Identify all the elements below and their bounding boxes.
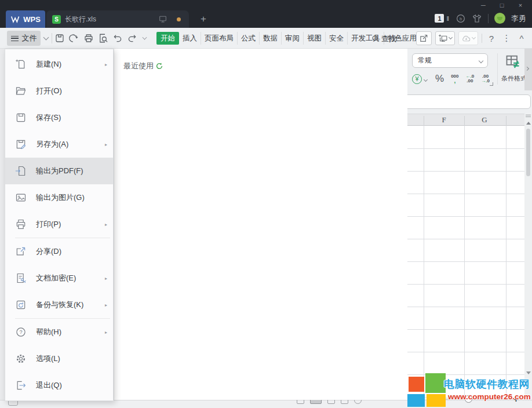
ribbon-tab-2[interactable]: 插入	[179, 32, 201, 45]
close-button[interactable]: ×	[511, 0, 530, 10]
monitor-icon[interactable]	[158, 14, 167, 24]
chevron-down-icon	[479, 58, 483, 63]
menu-item-encrypt[interactable]: 文档加密(E)▸	[5, 265, 113, 292]
ribbon-tab-4[interactable]: 公式	[237, 32, 259, 45]
document-tab[interactable]: S 长歌行.xls	[46, 10, 189, 28]
menu-item-label: 输出为PDF(F)	[36, 166, 107, 176]
menu-item-label: 打开(O)	[36, 86, 107, 96]
menu-item-print[interactable]: 打印(P)▸	[5, 211, 113, 238]
spreadsheet-doc-icon: S	[52, 15, 61, 24]
file-menu-button[interactable]: 文件	[7, 31, 41, 46]
wps-spreadsheet-window: ─ □ × WPS S 长歌行.xls + 1 ‖ 李勇	[0, 0, 532, 408]
refresh-icon[interactable]	[155, 62, 163, 70]
menu-item-help[interactable]: 帮助(H)▸	[5, 319, 113, 345]
column-headers[interactable]: F G	[407, 114, 524, 126]
collapse-ribbon-button[interactable]: ^	[516, 34, 527, 43]
share-icon	[419, 34, 429, 43]
number-format-buttons: ¥ % 000, ←.0.00 .00→.0	[412, 71, 490, 87]
gridline	[407, 171, 524, 172]
file-caret-icon[interactable]	[43, 35, 49, 41]
backup-icon	[15, 299, 27, 311]
menu-item-options[interactable]: 选项(L)	[5, 345, 113, 372]
ribbon-tab-6[interactable]: 审阅	[281, 32, 303, 45]
ribbon-tab-7[interactable]: 视图	[303, 32, 325, 45]
ribbon-tab-3[interactable]: 页面布局	[201, 32, 237, 45]
maximize-button[interactable]: □	[493, 0, 511, 10]
customize-toolbar-chevron-icon[interactable]	[143, 35, 147, 40]
split-handle-icon[interactable]	[526, 115, 531, 117]
column-header-g[interactable]: G	[464, 115, 505, 125]
open-folder-icon	[15, 85, 27, 97]
menu-item-export-pdf[interactable]: 输出为PDF(F)	[5, 158, 113, 184]
number-format-select[interactable]: 常规	[412, 53, 488, 68]
menu-item-label: 分享(D)	[36, 246, 107, 257]
menu-item-label: 选项(L)	[36, 354, 107, 364]
conditional-format-button[interactable]: 条件格式	[500, 52, 526, 88]
help-button[interactable]: ?	[486, 34, 497, 43]
toolbar: 文件 开始插入页面布局公式数据审阅视图安全开发工具特色应用 查找 ? ⋮ ^	[0, 28, 532, 49]
promotions-icon[interactable]	[456, 13, 466, 24]
document-title: 长歌行.xls	[65, 14, 96, 24]
percent-format-button[interactable]: %	[435, 73, 444, 85]
minimize-button[interactable]: ─	[474, 0, 493, 10]
chevron-down-icon	[449, 35, 453, 39]
column-header-f[interactable]: F	[424, 115, 464, 125]
scroll-up-icon[interactable]	[526, 122, 531, 125]
print-icon[interactable]	[83, 33, 94, 43]
menu-item-label: 另存为(A)	[36, 139, 105, 150]
menu-item-open-folder[interactable]: 打开(O)	[5, 78, 113, 104]
vertical-scrollbar[interactable]	[524, 114, 532, 399]
user-avatar[interactable]	[494, 13, 505, 24]
print-preview-icon[interactable]	[98, 33, 108, 43]
ribbon-expand-strip[interactable]	[524, 49, 532, 90]
user-name[interactable]: 李勇	[511, 13, 526, 24]
gridline	[464, 126, 465, 399]
currency-format-button[interactable]: ¥	[412, 74, 422, 84]
new-window-button[interactable]	[435, 31, 455, 45]
new-tab-button[interactable]: +	[198, 13, 209, 25]
number-format-value: 常规	[418, 56, 432, 65]
cloud-sync-button[interactable]	[458, 31, 478, 45]
more-options-button[interactable]: ⋮	[501, 33, 512, 43]
menu-item-export-image[interactable]: 输出为图片(G)	[5, 184, 113, 211]
formula-bar[interactable]	[402, 94, 531, 109]
wps-home-button[interactable]: WPS	[6, 10, 45, 28]
menu-item-save[interactable]: 保存(S)	[5, 104, 113, 131]
submenu-arrow-icon: ▸	[105, 303, 107, 308]
output-icon[interactable]	[69, 33, 79, 43]
gridline	[407, 148, 524, 149]
menu-item-backup[interactable]: 备份与恢复(K)▸	[5, 292, 113, 318]
menu-item-label: 文档加密(E)	[36, 273, 105, 283]
wps-logo-icon	[10, 16, 20, 23]
undo-icon[interactable]	[112, 33, 123, 43]
find-label: 查找	[381, 34, 396, 44]
chevron-right-icon	[525, 67, 529, 71]
ribbon-tab-1[interactable]: 开始	[156, 32, 179, 45]
watermark-site-name: 电脑软硬件教程网	[444, 377, 530, 391]
dialog-launcher-icon[interactable]	[490, 82, 493, 86]
redo-icon[interactable]	[127, 33, 137, 43]
menu-item-save-as[interactable]: 另存为(A)▸	[5, 131, 113, 158]
save-icon[interactable]	[54, 33, 65, 43]
submenu-arrow-icon: ▸	[105, 62, 107, 67]
cell-grid[interactable]	[407, 126, 524, 399]
decrease-decimal-button[interactable]: ←.0.00	[465, 74, 474, 83]
ribbon-tab-5[interactable]: 数据	[259, 32, 281, 45]
menu-item-exit[interactable]: 退出(Q)	[5, 372, 113, 399]
recent-files-title: 最近使用	[123, 61, 154, 71]
notification-badge[interactable]: 1	[435, 14, 444, 23]
scroll-down-icon[interactable]	[526, 371, 531, 374]
increase-decimal-button[interactable]: .00→.0	[481, 74, 490, 83]
share-button[interactable]	[416, 31, 432, 45]
gridline	[407, 284, 524, 285]
comma-format-button[interactable]: 000,	[451, 74, 458, 84]
window-controls: ─ □ ×	[474, 0, 530, 10]
scrollbar-thumb[interactable]	[526, 129, 530, 176]
menu-item-share[interactable]: 分享(D)	[5, 238, 113, 265]
watermark-logo-square-orange	[409, 377, 424, 392]
menu-item-new-doc[interactable]: 新建(N)▸	[5, 51, 113, 78]
skin-theme-icon[interactable]	[472, 13, 482, 24]
print-icon	[15, 218, 27, 230]
find-button[interactable]: 查找	[371, 34, 396, 44]
ribbon-tab-8[interactable]: 安全	[325, 32, 347, 45]
